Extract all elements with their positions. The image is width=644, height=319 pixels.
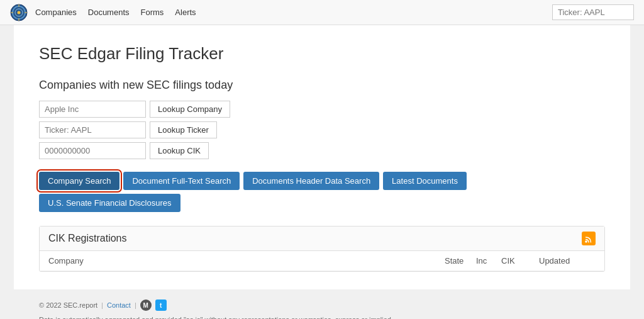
tab-senate-disclosures[interactable]: U.S. Senate Financial Disclosures	[39, 194, 180, 212]
navbar: Companies Documents Forms Alerts	[0, 0, 644, 25]
footer-divider-2: |	[135, 299, 136, 311]
section-title: Companies with new SEC filings today	[39, 79, 605, 92]
cik-registrations-section: CIK Registrations Company State Inc CIK …	[39, 226, 605, 272]
svg-point-8	[585, 240, 587, 243]
rss-icon[interactable]	[582, 232, 596, 245]
cik-table-header: Company State Inc CIK Updated	[40, 251, 604, 271]
col-updated-header: Updated	[539, 256, 596, 266]
cik-section-title: CIK Registrations	[48, 233, 127, 244]
col-cik-header: CIK	[501, 256, 539, 266]
nav-documents[interactable]: Documents	[88, 8, 130, 17]
tab-header-data-search[interactable]: Documents Header Data Search	[243, 172, 379, 190]
tab-latest-documents[interactable]: Latest Documents	[383, 172, 467, 190]
mastodon-icon[interactable]: M	[140, 299, 152, 311]
nav-companies[interactable]: Companies	[35, 8, 77, 17]
lookup-form: Lookup Company Lookup Ticker Lookup CIK	[39, 101, 605, 159]
footer-line1: Data is automatically aggregated and pro…	[39, 314, 605, 319]
main-content: SEC Edgar Filing Tracker Companies with …	[14, 25, 630, 289]
logo-icon	[10, 4, 28, 21]
col-inc-header: Inc	[476, 256, 501, 266]
navbar-ticker-input[interactable]	[552, 4, 634, 20]
lookup-ticker-button[interactable]: Lookup Ticker	[150, 121, 217, 138]
tab-fulltext-search[interactable]: Document Full-Text Search	[123, 172, 240, 190]
lookup-cik-button[interactable]: Lookup CIK	[150, 142, 209, 159]
lookup-ticker-row: Lookup Ticker	[39, 121, 605, 138]
nav-forms[interactable]: Forms	[141, 8, 164, 17]
footer-copyright: © 2022 SEC.report	[39, 299, 97, 311]
ticker-input[interactable]	[39, 121, 146, 138]
col-company-header: Company	[48, 256, 445, 266]
lookup-cik-row: Lookup CIK	[39, 142, 605, 159]
tab-company-search[interactable]: Company Search	[39, 172, 119, 190]
page-title: SEC Edgar Filing Tracker	[39, 44, 605, 64]
search-tabs: Company Search Document Full-Text Search…	[39, 172, 605, 212]
twitter-icon[interactable]: t	[155, 299, 167, 311]
cik-input[interactable]	[39, 142, 146, 159]
navbar-links: Companies Documents Forms Alerts	[35, 8, 552, 17]
company-input[interactable]	[39, 101, 146, 118]
nav-alerts[interactable]: Alerts	[175, 8, 196, 17]
footer: © 2022 SEC.report | Contact | M t Data i…	[14, 289, 630, 319]
cik-section-header: CIK Registrations	[40, 227, 604, 251]
svg-point-3	[18, 11, 21, 14]
footer-divider-1: |	[101, 299, 103, 311]
footer-contact-link[interactable]: Contact	[107, 299, 131, 311]
col-state-header: State	[445, 256, 476, 266]
footer-top-row: © 2022 SEC.report | Contact | M t	[39, 299, 605, 311]
lookup-company-row: Lookup Company	[39, 101, 605, 118]
lookup-company-button[interactable]: Lookup Company	[150, 101, 230, 118]
